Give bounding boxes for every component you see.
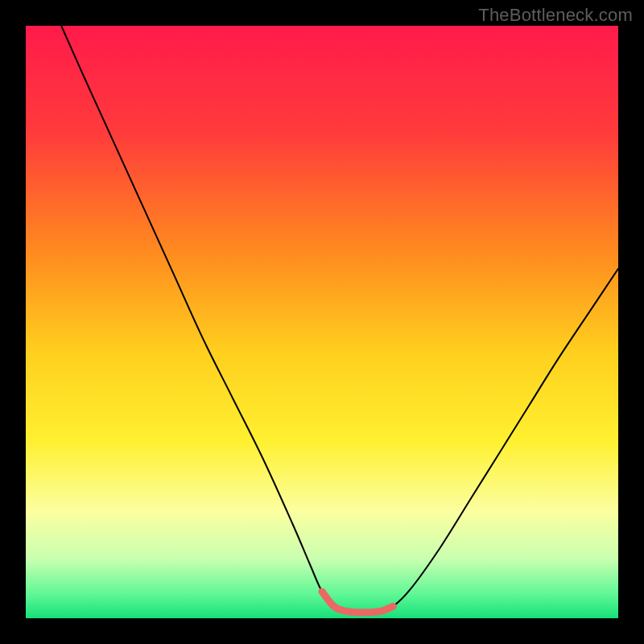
watermark-text: TheBottleneck.com xyxy=(478,5,633,26)
plot-area xyxy=(26,26,618,618)
gradient-background xyxy=(26,26,618,618)
chart-svg xyxy=(26,26,618,618)
chart-frame: TheBottleneck.com xyxy=(0,0,644,644)
